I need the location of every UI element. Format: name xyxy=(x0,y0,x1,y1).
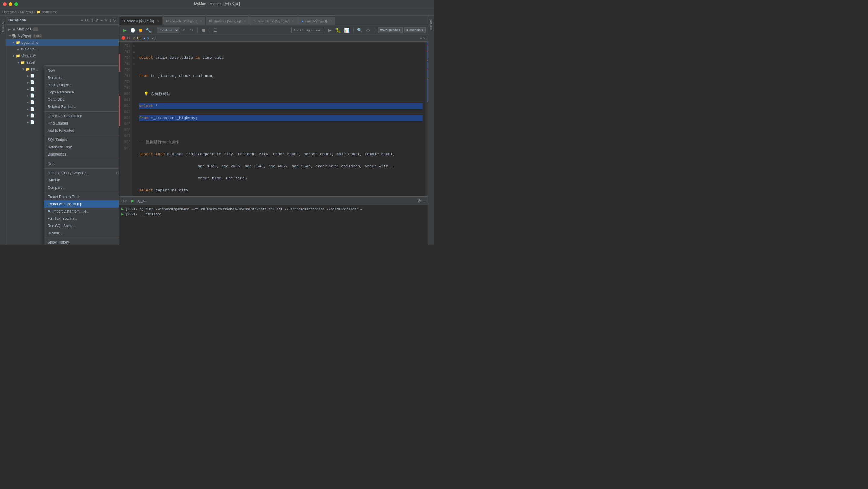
tab-students[interactable]: ⊞ students [MyPgsql] ✕ xyxy=(206,17,250,25)
close-tab-icon[interactable]: ✕ xyxy=(330,19,332,23)
arrow-icon: ▼ xyxy=(12,41,16,44)
menu-item-db-tools[interactable]: Database Tools ▶ xyxy=(44,144,119,151)
menu-item-sql-scripts[interactable]: SQL Scripts ▶ xyxy=(44,136,119,144)
history-button[interactable]: 🕐 xyxy=(129,27,136,33)
tx-select[interactable]: Tx: Auto xyxy=(157,27,179,33)
menu-sep5 xyxy=(44,192,119,192)
wrench-button[interactable]: 🔧 xyxy=(145,27,152,33)
menu-item-goto-ddl[interactable]: Go to DDL ⌘B xyxy=(44,96,119,103)
play-config-button[interactable]: ▶ xyxy=(327,27,333,33)
mypgsql-badge: 1 of 2 xyxy=(33,34,42,38)
close-button[interactable] xyxy=(3,2,7,6)
left-panel-tabs: Database xyxy=(0,16,6,245)
menu-item-modify[interactable]: Modify Object... ⌘F6 xyxy=(44,82,119,89)
close-tab-icon[interactable]: ✕ xyxy=(292,19,294,23)
debug-button[interactable]: 🐛 xyxy=(335,27,342,33)
breadcrumb-database[interactable]: Database xyxy=(2,10,17,14)
tab-console-yuhang[interactable]: ⊡ console [余杭文旅] ✕ xyxy=(119,17,162,25)
stop-button[interactable]: ⏹ xyxy=(137,27,144,33)
sidebar-toolbar[interactable]: + ↻ ⇅ ⚙ − ✎ ↓ ▽ xyxy=(81,18,116,23)
tab-timedemo[interactable]: ⊞ time_demo [MyPgsql] ✕ xyxy=(250,17,298,25)
menu-item-rename[interactable]: Rename... ⇧F6 xyxy=(44,74,119,82)
scrollbar-right[interactable] xyxy=(425,41,428,196)
run-arrow-icon: ▶ xyxy=(121,212,124,216)
menu-item-export-files[interactable]: Export Data to Files xyxy=(44,193,119,201)
redo-button[interactable]: ↷ xyxy=(188,27,195,33)
menu-item-favorites[interactable]: Add to Favorites ▶ xyxy=(44,127,119,134)
menu-item-jump-console[interactable]: Jump to Query Console... ⇧⌘F10 xyxy=(44,170,119,177)
stop2-button[interactable]: ⏹ xyxy=(200,27,207,33)
console-icon: ⊡ xyxy=(122,19,125,23)
menu-item-show-history[interactable]: Show History xyxy=(44,239,119,245)
close-tab-icon[interactable]: ✕ xyxy=(156,19,159,23)
panel-controls[interactable]: ⚙ − xyxy=(417,198,426,203)
down-icon[interactable]: ↓ xyxy=(110,18,112,23)
toolbar-sep2 xyxy=(197,27,198,33)
tree-item-serve[interactable]: ▶ ⚙ Serve... xyxy=(6,46,119,53)
issue-bar: 🔴 17 ⚠ 15 ▲ 5 ✓ 1 ∧ ∨ xyxy=(119,35,428,41)
undo-button[interactable]: ↶ xyxy=(181,27,187,33)
tab-uuid[interactable]: ● uuid [MyPgsql] ✕ xyxy=(299,17,335,25)
database-tab[interactable]: Database xyxy=(1,18,5,36)
menu-item-fulltext-search[interactable]: Full-Text Search... ⌥⌘F xyxy=(44,215,119,222)
close-tab-icon[interactable]: ✕ xyxy=(199,19,202,23)
schema-selector[interactable]: travel.public ▾ xyxy=(378,27,403,33)
menu-item-diagnostics[interactable]: Diagnostics ▶ xyxy=(44,151,119,158)
edit-icon[interactable]: ✎ xyxy=(104,18,108,23)
profile-button[interactable]: 📊 xyxy=(344,27,350,33)
db-icon: 📁 xyxy=(16,40,20,44)
arrow-icon: ▼ xyxy=(12,54,16,58)
menu-item-restore[interactable]: Restore... xyxy=(44,230,119,237)
settings-button[interactable]: ⚙ xyxy=(365,27,372,33)
tree-item-mypgsql[interactable]: ▼ 🐘 MyPgsql 1 of 2 xyxy=(6,33,119,39)
panel-settings-icon[interactable]: ⚙ xyxy=(417,198,421,203)
schema-icon: ⚙ xyxy=(21,47,24,51)
settings-icon[interactable]: ⚙ xyxy=(95,18,99,23)
menu-item-copy-ref[interactable]: Copy Reference ⌥⌘C xyxy=(44,89,119,96)
filter-icon[interactable]: ⇅ xyxy=(90,18,93,23)
error-count[interactable]: 🔴 17 xyxy=(121,36,130,40)
menu-item-run-sql[interactable]: Run SQL Script... xyxy=(44,222,119,230)
tree-item-maclocal[interactable]: ▶ 🖥 MacLocal ... xyxy=(6,26,119,33)
menu-item-drop[interactable]: Drop ⌫ xyxy=(44,160,119,167)
format-button[interactable]: ☰ xyxy=(212,27,218,33)
structure-tab[interactable]: Structure xyxy=(429,17,433,34)
panel-close-icon[interactable]: − xyxy=(423,198,426,203)
add-config-button[interactable]: Add Configuration... xyxy=(291,27,325,33)
menu-item-compare[interactable]: Compare... ⌘D xyxy=(44,184,119,191)
menu-item-find-usages[interactable]: Find Usages ⌥F7 xyxy=(44,120,119,127)
warn-count[interactable]: ⚠ 15 xyxy=(133,36,140,40)
breadcrumb-mypgsql[interactable]: MyPgsql xyxy=(20,10,33,14)
add-icon[interactable]: + xyxy=(81,18,83,23)
menu-item-related[interactable]: Related Symbol... ⌥⌘B xyxy=(44,103,119,110)
breadcrumb-pgdbname[interactable]: pgdbname xyxy=(41,10,57,14)
menu-item-quick-doc[interactable]: Quick Documentation F1 xyxy=(44,113,119,120)
tree-item-travel[interactable]: ▼ 📁 travel xyxy=(6,59,119,66)
minimize-button[interactable] xyxy=(9,2,12,6)
menu-item-refresh[interactable]: Refresh ⌘R xyxy=(44,177,119,184)
info-count[interactable]: ▲ 5 xyxy=(143,36,149,40)
tab-console-mypgsql[interactable]: ⊡ console [MyPgsql] ✕ xyxy=(163,17,205,25)
expand-icon[interactable]: ∧ ∨ xyxy=(420,36,426,40)
postgres-icon: 🐘 xyxy=(12,34,17,38)
run-button[interactable]: ▶ xyxy=(121,27,128,33)
code-editor[interactable]: 792 793 794 795 796 797 798 799 800 801 … xyxy=(119,41,428,196)
db-icon: 📁 xyxy=(16,54,20,58)
maximize-button[interactable] xyxy=(14,2,18,6)
check-count[interactable]: ✓ 1 xyxy=(151,36,157,40)
console-selector[interactable]: ≡ console ▾ xyxy=(404,27,426,33)
collapse-icon[interactable]: − xyxy=(100,18,103,23)
menu-item-new[interactable]: New ▶ xyxy=(44,67,119,74)
window-controls[interactable] xyxy=(3,2,18,6)
arrow-icon: ▶ xyxy=(8,28,12,31)
close-tab-icon[interactable]: ✕ xyxy=(244,19,246,23)
code-text[interactable]: select train_date::date as time_data fro… xyxy=(136,41,425,196)
more-icon[interactable]: ▽ xyxy=(113,18,116,23)
refresh-icon[interactable]: ↻ xyxy=(85,18,88,23)
menu-item-import[interactable]: 🔍Import Data from File... xyxy=(44,208,119,215)
tree-item-pgdbname[interactable]: ▼ 📁 pgdbname xyxy=(6,39,119,46)
search-button[interactable]: 🔍 xyxy=(356,27,363,33)
run-stop-button[interactable]: ▶ xyxy=(130,198,135,203)
menu-item-export-pgdump[interactable]: Export with 'pg_dump' xyxy=(44,201,119,208)
tree-item-yuhang[interactable]: ▼ 📁 余杭文旅 xyxy=(6,53,119,59)
